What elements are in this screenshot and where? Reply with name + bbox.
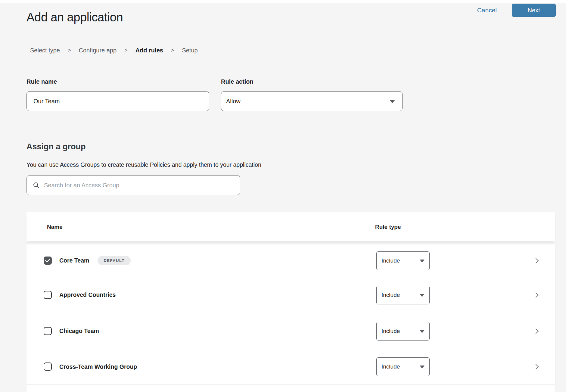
caret-down-icon xyxy=(420,260,424,263)
caret-down-icon xyxy=(420,294,424,297)
row-checkbox[interactable] xyxy=(44,291,52,299)
group-name: Approved Countries xyxy=(59,291,116,298)
breadcrumb: Select type > Configure app > Add rules … xyxy=(30,47,198,54)
chevron-right-icon[interactable] xyxy=(533,291,540,299)
row-checkbox[interactable] xyxy=(44,257,52,265)
rule-type-select[interactable]: Include xyxy=(376,251,430,270)
access-group-search xyxy=(26,175,240,195)
assign-group-heading: Assign a group xyxy=(26,142,86,151)
breadcrumb-separator: > xyxy=(124,47,128,54)
column-header-name: Name xyxy=(47,224,63,230)
default-badge: DEFAULT xyxy=(98,256,130,265)
rule-type-select[interactable]: Include xyxy=(376,357,430,376)
next-button[interactable]: Next xyxy=(512,4,556,17)
group-name: Chicago Team xyxy=(59,328,99,334)
rule-name-input[interactable] xyxy=(26,91,209,111)
group-table-header: Name Rule type xyxy=(26,212,555,241)
group-table-body: Core Team DEFAULT Include Approved Count… xyxy=(26,244,555,392)
rule-action-label: Rule action xyxy=(221,78,253,85)
caret-down-icon xyxy=(420,330,424,333)
top-strip xyxy=(0,0,566,3)
check-icon xyxy=(45,259,50,263)
rule-type-value: Include xyxy=(381,292,400,298)
rule-type-value: Include xyxy=(381,257,400,264)
breadcrumb-step-setup[interactable]: Setup xyxy=(182,47,197,54)
rule-type-select[interactable]: Include xyxy=(376,286,430,304)
search-input[interactable] xyxy=(43,175,240,195)
rule-action-select[interactable]: Allow xyxy=(221,91,403,111)
chevron-right-icon[interactable] xyxy=(533,257,540,264)
caret-down-icon xyxy=(390,100,395,103)
rule-type-value: Include xyxy=(381,363,400,370)
chevron-right-icon[interactable] xyxy=(533,363,540,370)
rule-type-value: Include xyxy=(381,328,400,334)
search-icon xyxy=(33,182,39,188)
cancel-button[interactable]: Cancel xyxy=(477,7,497,14)
breadcrumb-step-select-type[interactable]: Select type xyxy=(30,47,60,54)
table-row: Approved Countries Include xyxy=(26,277,555,313)
rule-action-value: Allow xyxy=(226,98,241,105)
chevron-right-icon[interactable] xyxy=(533,328,540,335)
rule-type-select[interactable]: Include xyxy=(376,322,430,341)
table-row: Chicago Team Include xyxy=(26,313,555,349)
rule-name-label: Rule name xyxy=(26,78,57,85)
breadcrumb-step-add-rules[interactable]: Add rules xyxy=(135,47,163,54)
header-actions: Cancel Next xyxy=(477,4,556,17)
breadcrumb-separator: > xyxy=(171,47,174,54)
assign-group-description: You can use Access Groups to create reus… xyxy=(26,161,261,168)
row-checkbox[interactable] xyxy=(44,362,52,371)
table-row: Cross-Team Working Group Include xyxy=(26,349,555,384)
row-checkbox[interactable] xyxy=(44,327,52,335)
breadcrumb-separator: > xyxy=(68,47,71,54)
table-row: Core Team DEFAULT Include xyxy=(26,244,555,277)
page-title: Add an application xyxy=(26,11,123,24)
caret-down-icon xyxy=(420,366,424,369)
column-header-rule-type: Rule type xyxy=(375,224,401,230)
group-name: Cross-Team Working Group xyxy=(59,363,137,370)
group-name: Core Team xyxy=(59,257,89,264)
breadcrumb-step-configure-app[interactable]: Configure app xyxy=(79,47,117,54)
